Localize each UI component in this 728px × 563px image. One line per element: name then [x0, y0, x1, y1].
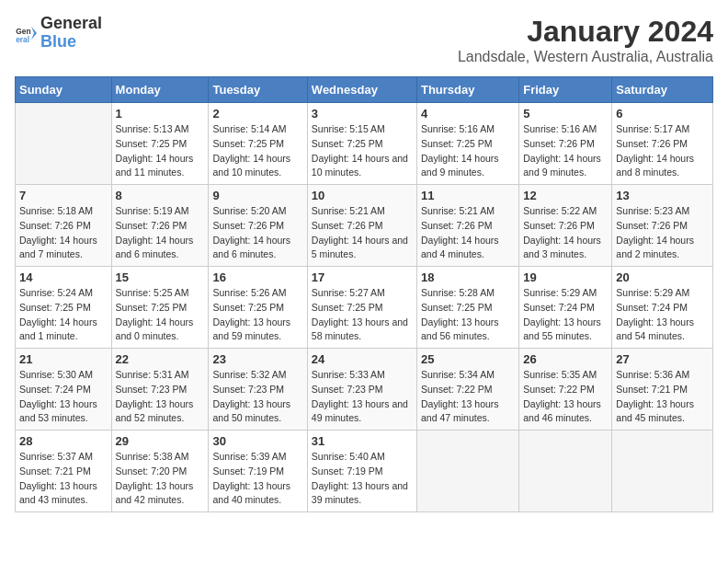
day-number: 8 — [116, 189, 205, 202]
week-row-5: 28 Sunrise: 5:37 AM Sunset: 7:21 PM Dayl… — [16, 431, 713, 512]
day-number: 13 — [616, 189, 709, 202]
day-number: 1 — [116, 107, 205, 121]
day-cell: 28 Sunrise: 5:37 AM Sunset: 7:21 PM Dayl… — [16, 431, 112, 512]
svg-text:eral: eral — [16, 34, 29, 43]
day-cell: 25 Sunrise: 5:34 AM Sunset: 7:22 PM Dayl… — [416, 349, 518, 431]
day-number: 22 — [116, 352, 205, 366]
logo-icon: Gen eral — [15, 22, 37, 44]
day-number: 11 — [421, 189, 515, 202]
day-cell: 11 Sunrise: 5:21 AM Sunset: 7:26 PM Dayl… — [416, 185, 518, 267]
page-header: Gen eral General Blue January 2024 Lands… — [15, 15, 713, 65]
day-cell: 2 Sunrise: 5:14 AM Sunset: 7:25 PM Dayli… — [209, 103, 307, 185]
day-info: Sunrise: 5:30 AM Sunset: 7:24 PM Dayligh… — [19, 368, 108, 426]
day-number: 23 — [212, 352, 302, 366]
column-header-wednesday: Wednesday — [307, 77, 416, 103]
main-title: January 2024 — [458, 15, 713, 49]
day-cell: 18 Sunrise: 5:28 AM Sunset: 7:25 PM Dayl… — [416, 267, 518, 349]
day-cell: 17 Sunrise: 5:27 AM Sunset: 7:25 PM Dayl… — [307, 267, 416, 349]
day-cell: 4 Sunrise: 5:16 AM Sunset: 7:25 PM Dayli… — [416, 103, 518, 185]
day-number: 16 — [212, 270, 302, 284]
day-cell: 20 Sunrise: 5:29 AM Sunset: 7:24 PM Dayl… — [612, 267, 713, 349]
day-number: 25 — [421, 352, 515, 366]
day-number: 24 — [312, 352, 413, 366]
day-number: 3 — [312, 107, 413, 121]
day-info: Sunrise: 5:18 AM Sunset: 7:26 PM Dayligh… — [19, 204, 108, 262]
day-cell: 27 Sunrise: 5:36 AM Sunset: 7:21 PM Dayl… — [612, 349, 713, 431]
day-cell: 22 Sunrise: 5:31 AM Sunset: 7:23 PM Dayl… — [111, 349, 209, 431]
day-number: 31 — [312, 434, 413, 448]
day-cell — [519, 431, 612, 512]
day-number: 5 — [523, 107, 608, 121]
calendar-table: SundayMondayTuesdayWednesdayThursdayFrid… — [15, 76, 713, 512]
title-block: January 2024 Landsdale, Western Australi… — [458, 15, 713, 65]
day-cell: 5 Sunrise: 5:16 AM Sunset: 7:26 PM Dayli… — [519, 103, 612, 185]
day-number: 27 — [616, 352, 709, 366]
column-header-tuesday: Tuesday — [209, 77, 307, 103]
column-header-saturday: Saturday — [612, 77, 713, 103]
day-info: Sunrise: 5:36 AM Sunset: 7:21 PM Dayligh… — [616, 368, 709, 426]
week-row-4: 21 Sunrise: 5:30 AM Sunset: 7:24 PM Dayl… — [16, 349, 713, 431]
day-number: 20 — [616, 270, 709, 284]
day-number: 17 — [312, 270, 413, 284]
week-row-2: 7 Sunrise: 5:18 AM Sunset: 7:26 PM Dayli… — [16, 185, 713, 267]
day-cell: 21 Sunrise: 5:30 AM Sunset: 7:24 PM Dayl… — [16, 349, 112, 431]
day-cell: 16 Sunrise: 5:26 AM Sunset: 7:25 PM Dayl… — [209, 267, 307, 349]
day-cell: 12 Sunrise: 5:22 AM Sunset: 7:26 PM Dayl… — [519, 185, 612, 267]
day-info: Sunrise: 5:37 AM Sunset: 7:21 PM Dayligh… — [19, 450, 108, 508]
day-info: Sunrise: 5:15 AM Sunset: 7:25 PM Dayligh… — [312, 122, 413, 180]
day-cell: 3 Sunrise: 5:15 AM Sunset: 7:25 PM Dayli… — [307, 103, 416, 185]
day-info: Sunrise: 5:34 AM Sunset: 7:22 PM Dayligh… — [421, 368, 515, 426]
day-info: Sunrise: 5:38 AM Sunset: 7:20 PM Dayligh… — [116, 450, 205, 508]
day-number: 2 — [212, 107, 302, 121]
day-number: 4 — [421, 107, 515, 121]
column-header-sunday: Sunday — [16, 77, 112, 103]
day-info: Sunrise: 5:39 AM Sunset: 7:19 PM Dayligh… — [212, 450, 302, 508]
day-cell: 13 Sunrise: 5:23 AM Sunset: 7:26 PM Dayl… — [612, 185, 713, 267]
day-number: 26 — [523, 352, 608, 366]
day-cell: 14 Sunrise: 5:24 AM Sunset: 7:25 PM Dayl… — [16, 267, 112, 349]
day-info: Sunrise: 5:28 AM Sunset: 7:25 PM Dayligh… — [421, 286, 515, 344]
day-cell: 29 Sunrise: 5:38 AM Sunset: 7:20 PM Dayl… — [111, 431, 209, 512]
logo-general: General — [40, 15, 102, 33]
day-info: Sunrise: 5:40 AM Sunset: 7:19 PM Dayligh… — [312, 450, 413, 508]
day-cell — [416, 431, 518, 512]
day-cell: 1 Sunrise: 5:13 AM Sunset: 7:25 PM Dayli… — [111, 103, 209, 185]
day-info: Sunrise: 5:26 AM Sunset: 7:25 PM Dayligh… — [212, 286, 302, 344]
day-cell: 23 Sunrise: 5:32 AM Sunset: 7:23 PM Dayl… — [209, 349, 307, 431]
subtitle: Landsdale, Western Australia, Australia — [458, 49, 713, 65]
day-number: 19 — [523, 270, 608, 284]
day-info: Sunrise: 5:16 AM Sunset: 7:26 PM Dayligh… — [523, 122, 608, 180]
day-cell: 19 Sunrise: 5:29 AM Sunset: 7:24 PM Dayl… — [519, 267, 612, 349]
day-cell: 31 Sunrise: 5:40 AM Sunset: 7:19 PM Dayl… — [307, 431, 416, 512]
day-number: 18 — [421, 270, 515, 284]
week-row-3: 14 Sunrise: 5:24 AM Sunset: 7:25 PM Dayl… — [16, 267, 713, 349]
day-cell: 24 Sunrise: 5:33 AM Sunset: 7:23 PM Dayl… — [307, 349, 416, 431]
day-info: Sunrise: 5:13 AM Sunset: 7:25 PM Dayligh… — [116, 122, 205, 180]
day-cell: 26 Sunrise: 5:35 AM Sunset: 7:22 PM Dayl… — [519, 349, 612, 431]
day-info: Sunrise: 5:21 AM Sunset: 7:26 PM Dayligh… — [312, 204, 413, 262]
svg-marker-2 — [31, 27, 37, 40]
week-row-1: 1 Sunrise: 5:13 AM Sunset: 7:25 PM Dayli… — [16, 103, 713, 185]
day-info: Sunrise: 5:21 AM Sunset: 7:26 PM Dayligh… — [421, 204, 515, 262]
day-info: Sunrise: 5:31 AM Sunset: 7:23 PM Dayligh… — [116, 368, 205, 426]
day-info: Sunrise: 5:16 AM Sunset: 7:25 PM Dayligh… — [421, 122, 515, 180]
day-number: 6 — [616, 107, 709, 121]
day-number: 15 — [116, 270, 205, 284]
column-header-thursday: Thursday — [416, 77, 518, 103]
day-number: 30 — [212, 434, 302, 448]
day-cell — [612, 431, 713, 512]
day-info: Sunrise: 5:33 AM Sunset: 7:23 PM Dayligh… — [312, 368, 413, 426]
day-cell: 15 Sunrise: 5:25 AM Sunset: 7:25 PM Dayl… — [111, 267, 209, 349]
day-cell: 8 Sunrise: 5:19 AM Sunset: 7:26 PM Dayli… — [111, 185, 209, 267]
day-cell: 30 Sunrise: 5:39 AM Sunset: 7:19 PM Dayl… — [209, 431, 307, 512]
header-row: SundayMondayTuesdayWednesdayThursdayFrid… — [16, 77, 713, 103]
column-header-monday: Monday — [111, 77, 209, 103]
day-info: Sunrise: 5:25 AM Sunset: 7:25 PM Dayligh… — [116, 286, 205, 344]
day-info: Sunrise: 5:24 AM Sunset: 7:25 PM Dayligh… — [19, 286, 108, 344]
logo-blue: Blue — [40, 33, 102, 52]
day-cell: 9 Sunrise: 5:20 AM Sunset: 7:26 PM Dayli… — [209, 185, 307, 267]
day-info: Sunrise: 5:32 AM Sunset: 7:23 PM Dayligh… — [212, 368, 302, 426]
day-info: Sunrise: 5:27 AM Sunset: 7:25 PM Dayligh… — [312, 286, 413, 344]
day-number: 29 — [116, 434, 205, 448]
day-info: Sunrise: 5:14 AM Sunset: 7:25 PM Dayligh… — [212, 122, 302, 180]
